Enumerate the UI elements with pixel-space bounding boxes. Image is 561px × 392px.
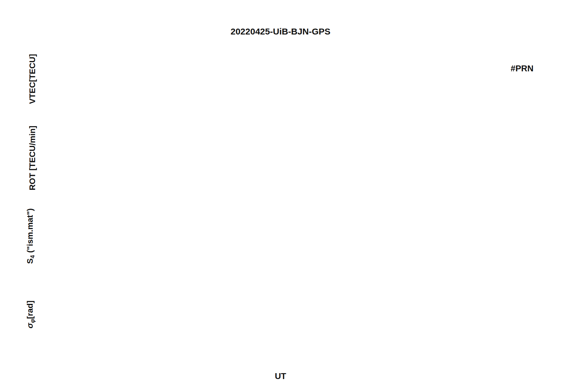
y-axis-label-vtec: VTEC[TECU] bbox=[28, 54, 39, 104]
y-axis-label-rot: ROT [TECU/min] bbox=[28, 126, 39, 190]
chart-title: 20220425-UiB-BJN-GPS bbox=[56, 27, 505, 37]
y-axis-label-sigma-phi: σφ[rad] bbox=[25, 301, 36, 329]
figure: 20220425-UiB-BJN-GPS UT #PRN VTEC[TECU] … bbox=[0, 0, 561, 392]
plot-canvas bbox=[0, 0, 561, 392]
y-axis-label-s4: S4 ("ism.mat") bbox=[25, 208, 36, 264]
x-axis-label: UT bbox=[56, 371, 505, 381]
colorbar-title: #PRN bbox=[503, 64, 541, 73]
